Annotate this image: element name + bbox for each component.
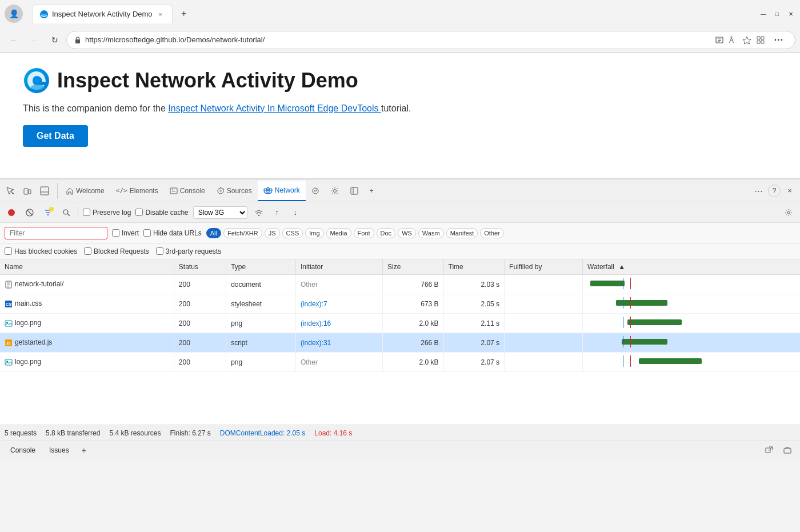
svg-rect-3 [75, 39, 80, 43]
col-status[interactable]: Status [174, 259, 226, 275]
active-tab[interactable]: Inspect Network Activity Demo × [32, 4, 173, 23]
devtools-more-btn[interactable]: ··· [751, 183, 767, 199]
devtools-inspect-btn[interactable] [2, 183, 18, 199]
download-btn[interactable]: ↓ [289, 206, 302, 219]
tab-performance[interactable] [306, 181, 325, 201]
cell-initiator[interactable]: (index):31 [295, 333, 382, 353]
bottom-right-btn1[interactable] [761, 442, 777, 458]
tab-elements[interactable]: </> Elements [110, 181, 164, 201]
filter-tag-ws[interactable]: WS [398, 228, 416, 238]
throttle-select[interactable]: Slow 3G No throttling Fast 3G Offline [193, 206, 247, 219]
clear-btn[interactable] [23, 206, 37, 219]
search-btn[interactable] [59, 206, 73, 219]
cell-name: network-tutorial/ [0, 275, 174, 294]
forward-btn[interactable]: → [25, 31, 43, 49]
bottom-right-btn2[interactable] [779, 442, 795, 458]
filter-tag-fetch[interactable]: Fetch/XHR [223, 228, 262, 238]
third-party-label[interactable]: 3rd-party requests [156, 247, 221, 255]
has-blocked-cookies-label[interactable]: Has blocked cookies [5, 247, 77, 255]
table-row[interactable]: logo.png200pngOther2.0 kB2.07 s [0, 353, 800, 372]
filter-tag-manifest[interactable]: Manifest [446, 228, 478, 238]
col-time[interactable]: Time [443, 259, 505, 275]
cell-time: 2.05 s [443, 294, 505, 314]
col-waterfall[interactable]: Waterfall ▲ [583, 259, 800, 275]
favorites-icon[interactable] [742, 35, 751, 45]
table-row[interactable]: network-tutorial/200documentOther766 B2.… [0, 275, 800, 294]
preserve-log-checkbox[interactable]: Preserve log [83, 209, 131, 217]
filter-tag-wasm[interactable]: Wasm [418, 228, 444, 238]
svg-point-54 [6, 361, 8, 362]
new-tab-btn[interactable]: + [175, 5, 193, 23]
minimize-btn[interactable]: — [759, 9, 768, 18]
page-description: This is the companion demo for the Inspe… [23, 103, 777, 114]
devtools-close-btn[interactable]: × [782, 183, 798, 199]
filter-tag-img[interactable]: Img [305, 228, 323, 238]
cell-initiator[interactable]: (index):16 [295, 314, 382, 333]
disable-cache-checkbox[interactable]: Disable cache [135, 209, 188, 217]
cell-type: png [226, 314, 296, 333]
invert-checkbox[interactable]: Invert [112, 229, 139, 237]
hide-data-urls-checkbox[interactable]: Hide data URLs [143, 229, 202, 237]
cell-initiator[interactable]: (index):7 [295, 294, 382, 314]
col-initiator[interactable]: Initiator [295, 259, 382, 275]
filter-tag-all[interactable]: All [206, 228, 221, 238]
filter-tag-font[interactable]: Font [354, 228, 374, 238]
record-btn[interactable] [5, 206, 18, 219]
bottom-tab-issues[interactable]: Issues [43, 444, 75, 457]
devtools-panel-btn[interactable] [37, 183, 53, 199]
table-row[interactable]: JSgetstarted.js200script(index):31266 B2… [0, 333, 800, 353]
reader-icon[interactable] [715, 35, 724, 45]
collections-icon[interactable] [756, 35, 765, 45]
filter-input[interactable] [5, 227, 107, 239]
read-aloud-icon[interactable]: Å [729, 35, 738, 45]
cell-status: 200 [174, 333, 226, 353]
cell-time: 2.07 s [443, 333, 505, 353]
svg-rect-13 [761, 41, 764, 43]
col-name[interactable]: Name [0, 259, 174, 275]
tab-settings-gear[interactable] [325, 181, 345, 201]
devtools-device-btn[interactable] [19, 183, 35, 199]
third-party-cb[interactable] [156, 247, 163, 255]
online-icon-btn[interactable] [252, 206, 266, 219]
has-blocked-cookies-cb[interactable] [5, 247, 12, 255]
table-row[interactable]: logo.png200png(index):162.0 kB2.11 s [0, 314, 800, 333]
filter-tag-media[interactable]: Media [326, 228, 351, 238]
filter-tag-js[interactable]: JS [265, 228, 280, 238]
blocked-requests-cb[interactable] [84, 247, 91, 255]
bottom-tab-add[interactable]: + [77, 443, 91, 457]
close-window-btn[interactable]: ✕ [786, 9, 795, 18]
tab-welcome[interactable]: Welcome [60, 181, 110, 201]
profile-icon[interactable]: 👤 [5, 5, 23, 23]
filter-tag-other[interactable]: Other [480, 228, 504, 238]
col-size[interactable]: Size [383, 259, 444, 275]
cell-type: png [226, 353, 296, 372]
filter-tag-doc[interactable]: Doc [377, 228, 396, 238]
tab-network[interactable]: Network [258, 181, 306, 201]
devtools-help-btn[interactable]: ? [768, 185, 781, 197]
tab-console[interactable]: Console [164, 181, 211, 201]
bottom-tab-console[interactable]: Console [5, 444, 41, 457]
table-row[interactable]: CSSmain.css200stylesheet(index):7673 B2.… [0, 294, 800, 314]
col-fulfilled-by[interactable]: Fulfilled by [505, 259, 583, 275]
col-type[interactable]: Type [226, 259, 296, 275]
devtools-link[interactable]: Inspect Network Activity In Microsoft Ed… [168, 103, 381, 113]
tab-close-btn[interactable]: × [156, 10, 165, 19]
maximize-btn[interactable]: □ [773, 9, 782, 18]
back-btn[interactable]: ← [5, 31, 23, 49]
console-icon [170, 187, 178, 195]
get-data-button[interactable]: Get Data [23, 125, 88, 147]
address-bar[interactable]: https://microsoftedge.github.io/Demos/ne… [66, 31, 795, 49]
dom-content-loaded: DOMContentLoaded: 2.05 s [220, 429, 305, 437]
cell-size: 2.0 kB [383, 314, 444, 333]
refresh-btn[interactable]: ↻ [46, 31, 64, 49]
svg-line-35 [27, 210, 32, 215]
blocked-requests-label[interactable]: Blocked Requests [84, 247, 149, 255]
tab-sources[interactable]: Sources [211, 181, 258, 201]
tab-add-btn[interactable]: + [364, 181, 379, 201]
tab-sidebar[interactable] [345, 181, 364, 201]
filter-tag-css[interactable]: CSS [282, 228, 303, 238]
browser-more-btn[interactable]: ··· [770, 31, 788, 49]
network-settings-btn[interactable] [782, 206, 795, 219]
filter-icon-btn[interactable] [41, 206, 55, 219]
upload-btn[interactable]: ↑ [270, 206, 284, 219]
